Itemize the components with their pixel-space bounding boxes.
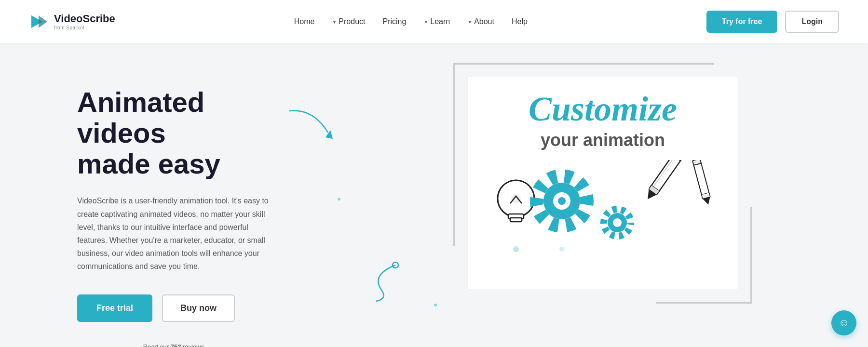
nav-help[interactable]: Help <box>512 17 528 26</box>
reviews-text-block: Read our 752 reviews ★ ★ ★ ★ ★ <box>143 343 204 347</box>
svg-point-13 <box>613 218 622 227</box>
svg-point-24 <box>513 246 519 252</box>
svg-marker-1 <box>39 15 47 28</box>
logo-text: VideoScribe from Sparkol <box>54 13 115 30</box>
header-actions: Try for free Login <box>706 11 839 33</box>
logo-title: VideoScribe <box>54 13 115 25</box>
preview-illustration <box>468 160 738 256</box>
header: VideoScribe from Sparkol Home ▼ Product … <box>0 0 868 43</box>
product-chevron-icon: ▼ <box>332 19 337 25</box>
nav-product[interactable]: ▼ Product <box>332 17 365 26</box>
try-for-free-button[interactable]: Try for free <box>706 11 778 33</box>
chat-icon: ☺ <box>839 317 849 329</box>
login-button[interactable]: Login <box>785 11 839 33</box>
learn-chevron-icon: ▼ <box>423 19 428 25</box>
svg-rect-5 <box>510 218 522 222</box>
customize-title: Customize <box>519 92 687 126</box>
svg-point-6 <box>511 194 521 203</box>
svg-point-26 <box>393 262 398 268</box>
squiggle-decoration <box>366 260 415 304</box>
nav-pricing[interactable]: Pricing <box>383 17 407 26</box>
logo[interactable]: VideoScribe from Sparkol <box>29 12 115 32</box>
nav-learn[interactable]: ▼ Learn <box>423 17 450 26</box>
nav-about[interactable]: ▼ About <box>467 17 494 26</box>
preview-content: Customize your animation <box>468 77 738 289</box>
hero-section: Animated videos made easy VideoScribe is… <box>0 43 868 347</box>
sparkol-chat-button[interactable]: ☺ <box>831 310 856 335</box>
buy-now-button[interactable]: Buy now <box>162 294 235 322</box>
reviews-section: ★ REVIEWS.io Read our 752 reviews ★ ★ ★ … <box>77 343 299 347</box>
hero-left: Animated videos made easy VideoScribe is… <box>0 43 338 347</box>
hero-heading: Animated videos made easy <box>77 87 299 179</box>
videoscribe-logo-icon <box>29 12 49 32</box>
main-nav: Home ▼ Product Pricing ▼ Learn ▼ About H… <box>294 17 528 26</box>
hero-description: VideoScribe is a user-friendly animation… <box>77 194 280 273</box>
svg-point-10 <box>558 197 566 205</box>
svg-point-25 <box>559 247 564 252</box>
about-chevron-icon: ▼ <box>467 19 472 25</box>
illustration-area <box>468 160 738 256</box>
reviews-read-text: Read our 752 reviews <box>143 343 204 347</box>
hero-right: Customize your animation <box>338 43 868 323</box>
logo-subtitle: from Sparkol <box>54 25 115 30</box>
nav-home[interactable]: Home <box>294 17 315 26</box>
hero-buttons: Free trial Buy now <box>77 294 299 322</box>
preview-frame: Customize your animation <box>453 63 752 304</box>
animation-subtitle: your animation <box>541 130 665 150</box>
free-trial-button[interactable]: Free trial <box>77 294 152 322</box>
